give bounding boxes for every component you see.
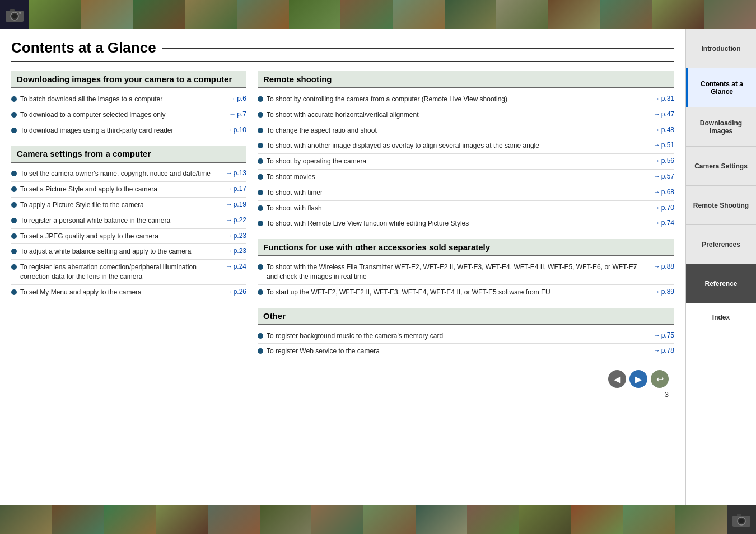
arrow-icon: → bbox=[226, 185, 232, 193]
page-ref[interactable]: → p.13 bbox=[226, 169, 246, 177]
arrow-icon: → bbox=[226, 288, 232, 296]
list-item: To set a Picture Style and apply to the … bbox=[11, 182, 246, 198]
bullet-icon bbox=[11, 289, 17, 295]
page-ref[interactable]: → p.56 bbox=[654, 157, 674, 165]
two-column-layout: Downloading images from your camera to a… bbox=[11, 71, 674, 401]
list-item: To shoot with another image displayed as… bbox=[258, 138, 674, 154]
page-ref[interactable]: → p.23 bbox=[226, 247, 246, 255]
page-ref[interactable]: → p.17 bbox=[226, 185, 246, 193]
bullet-icon bbox=[11, 171, 17, 176]
bullet-icon bbox=[258, 205, 263, 211]
list-item: To shoot with the Wireless File Transmit… bbox=[258, 260, 674, 285]
list-item: To set the camera owner's name, copyrigh… bbox=[11, 166, 246, 182]
item-text: To set My Menu and apply to the camera bbox=[20, 288, 222, 297]
content-area: Contents at a Glance Downloading images … bbox=[0, 29, 685, 505]
remote-items: To shoot by controlling the camera from … bbox=[258, 92, 674, 231]
bullet-icon bbox=[258, 264, 263, 270]
sidebar: Introduction Contents at a Glance Downlo… bbox=[685, 29, 756, 505]
page-ref[interactable]: → p.88 bbox=[654, 263, 674, 270]
page-ref[interactable]: → p.22 bbox=[226, 216, 246, 224]
list-item: To shoot with flash → p.70 bbox=[258, 201, 674, 217]
arrow-icon: → bbox=[654, 172, 660, 180]
page-ref[interactable]: → p.23 bbox=[226, 232, 246, 240]
page-ref[interactable]: → p.75 bbox=[654, 331, 674, 339]
page-ref[interactable]: → p.24 bbox=[226, 263, 246, 270]
bullet-icon bbox=[11, 96, 17, 102]
page-ref[interactable]: → p.89 bbox=[654, 288, 674, 296]
sidebar-item-introduction[interactable]: Introduction bbox=[686, 29, 756, 68]
arrow-icon: → bbox=[654, 204, 660, 212]
left-column: Downloading images from your camera to a… bbox=[11, 71, 246, 401]
sidebar-item-reference[interactable]: Reference bbox=[686, 264, 756, 303]
item-text: To register lens aberration correction/p… bbox=[20, 263, 222, 282]
page-ref[interactable]: → p.31 bbox=[654, 95, 674, 102]
page-ref[interactable]: → p.78 bbox=[654, 346, 674, 354]
other-section-title: Other bbox=[258, 308, 674, 325]
functions-section-title: Functions for use with other accessories… bbox=[258, 239, 674, 256]
list-item: To shoot with accurate horizontal/vertic… bbox=[258, 107, 674, 123]
item-text: To download to a computer selected image… bbox=[20, 110, 226, 120]
page-title-text: Contents at a Glance bbox=[11, 39, 156, 57]
bullet-icon bbox=[11, 202, 17, 208]
page-ref[interactable]: → p.70 bbox=[654, 204, 674, 212]
arrow-icon: → bbox=[654, 110, 660, 118]
sidebar-item-remote-shooting[interactable]: Remote Shooting bbox=[686, 186, 756, 225]
list-item: To download to a computer selected image… bbox=[11, 107, 246, 123]
list-item: To shoot with Remote Live View function … bbox=[258, 216, 674, 231]
arrow-icon: → bbox=[226, 216, 232, 224]
sidebar-item-camera-settings[interactable]: Camera Settings bbox=[686, 147, 756, 186]
item-text: To download images using a third-party c… bbox=[20, 126, 222, 135]
section1-items: To batch download all the images to a co… bbox=[11, 92, 246, 138]
main-wrapper: Contents at a Glance Downloading images … bbox=[0, 29, 756, 505]
bullet-icon bbox=[258, 333, 263, 339]
item-text: To shoot movies bbox=[267, 172, 650, 182]
arrow-icon: → bbox=[654, 346, 660, 354]
item-text: To adjust a white balance setting and ap… bbox=[20, 247, 222, 256]
sidebar-item-downloading[interactable]: Downloading Images bbox=[686, 107, 756, 147]
page-ref[interactable]: → p.51 bbox=[654, 141, 674, 149]
arrow-icon: → bbox=[654, 219, 660, 227]
top-photo-strip bbox=[0, 0, 756, 29]
page-ref[interactable]: → p.6 bbox=[229, 95, 246, 102]
item-text: To start up the WFT-E2, WFT-E2 II, WFT-E… bbox=[267, 288, 650, 297]
list-item: To register a personal white balance in … bbox=[11, 213, 246, 229]
arrow-icon: → bbox=[226, 200, 232, 208]
item-text: To shoot by controlling the camera from … bbox=[267, 95, 650, 104]
arrow-icon: → bbox=[654, 288, 660, 296]
bottom-photo-strip bbox=[0, 505, 756, 534]
next-button[interactable]: ▶ bbox=[629, 370, 647, 388]
svg-point-4 bbox=[19, 12, 21, 14]
list-item: To set a JPEG quality and apply to the c… bbox=[11, 229, 246, 245]
item-text: To apply a Picture Style file to the cam… bbox=[20, 200, 222, 210]
other-items: To register background music to the came… bbox=[258, 329, 674, 359]
sidebar-item-preferences[interactable]: Preferences bbox=[686, 225, 756, 264]
item-text: To shoot with Remote Live View function … bbox=[267, 219, 650, 228]
list-item: To change the aspect ratio and shoot → p… bbox=[258, 123, 674, 139]
sidebar-item-contents[interactable]: Contents at a Glance bbox=[686, 68, 756, 107]
bullet-icon bbox=[11, 218, 17, 223]
page-ref[interactable]: → p.10 bbox=[226, 126, 246, 134]
arrow-icon: → bbox=[654, 157, 660, 165]
page-ref[interactable]: → p.57 bbox=[654, 172, 674, 180]
page-ref[interactable]: → p.47 bbox=[654, 110, 674, 118]
svg-point-2 bbox=[12, 14, 17, 18]
arrow-icon: → bbox=[654, 126, 660, 134]
arrow-icon: → bbox=[654, 263, 660, 270]
page-ref[interactable]: → p.26 bbox=[226, 288, 246, 296]
page-ref[interactable]: → p.68 bbox=[654, 188, 674, 196]
arrow-icon: → bbox=[226, 247, 232, 255]
page-ref[interactable]: → p.7 bbox=[229, 110, 246, 118]
page-ref[interactable]: → p.48 bbox=[654, 126, 674, 134]
svg-point-7 bbox=[739, 519, 744, 523]
arrow-icon: → bbox=[229, 110, 236, 118]
prev-button[interactable]: ◀ bbox=[608, 370, 626, 388]
page-ref[interactable]: → p.19 bbox=[226, 200, 246, 208]
list-item: To batch download all the images to a co… bbox=[11, 92, 246, 107]
sidebar-item-index[interactable]: Index bbox=[686, 303, 756, 331]
top-photos bbox=[29, 0, 756, 29]
page-ref[interactable]: → p.74 bbox=[654, 219, 674, 227]
section2-title: Camera settings from a computer bbox=[11, 146, 246, 163]
bullet-icon bbox=[11, 112, 17, 118]
back-to-top-button[interactable]: ↩ bbox=[651, 370, 669, 388]
bullet-icon bbox=[258, 128, 263, 133]
